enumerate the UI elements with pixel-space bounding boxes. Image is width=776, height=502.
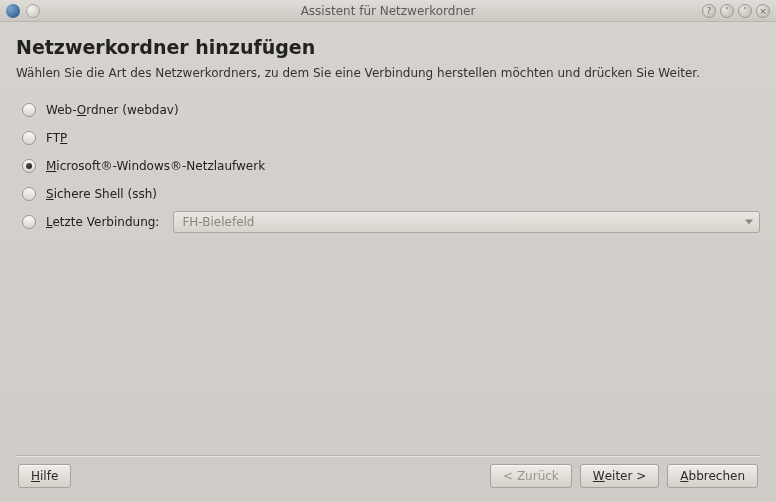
- page-title: Netzwerkordner hinzufügen: [16, 36, 760, 58]
- label-smb: Microsoft®-Windows®-Netzlaufwerk: [46, 159, 265, 173]
- option-smb[interactable]: Microsoft®-Windows®-Netzlaufwerk: [22, 156, 760, 176]
- help-icon[interactable]: ?: [702, 4, 716, 18]
- option-recent[interactable]: Letzte Verbindung: FH-Bielefeld: [22, 212, 760, 232]
- recent-connection-combo[interactable]: FH-Bielefeld: [173, 211, 760, 233]
- radio-webdav[interactable]: [22, 103, 36, 117]
- option-webdav[interactable]: Web-Ordner (webdav): [22, 100, 760, 120]
- titlebar: Assistent für Netzwerkordner ? ˅ ˄ ×: [0, 0, 776, 22]
- minimize-icon[interactable]: ˅: [720, 4, 734, 18]
- window-title: Assistent für Netzwerkordner: [0, 4, 776, 18]
- wizard-page: Netzwerkordner hinzufügen Wählen Sie die…: [0, 22, 776, 502]
- radio-ftp[interactable]: [22, 131, 36, 145]
- recent-connection-value: FH-Bielefeld: [182, 215, 254, 229]
- radio-recent[interactable]: [22, 215, 36, 229]
- label-ssh: Sichere Shell (ssh): [46, 187, 157, 201]
- label-recent: Letzte Verbindung:: [46, 215, 159, 229]
- folder-type-options: Web-Ordner (webdav) FTP Microsoft®-Windo…: [16, 100, 760, 232]
- option-ftp[interactable]: FTP: [22, 128, 760, 148]
- close-icon[interactable]: ×: [756, 4, 770, 18]
- maximize-icon[interactable]: ˄: [738, 4, 752, 18]
- label-webdav: Web-Ordner (webdav): [46, 103, 179, 117]
- radio-smb[interactable]: [22, 159, 36, 173]
- option-ssh[interactable]: Sichere Shell (ssh): [22, 184, 760, 204]
- sticky-icon[interactable]: [26, 4, 40, 18]
- chevron-down-icon: [745, 220, 753, 225]
- help-button[interactable]: Hilfe: [18, 464, 71, 488]
- next-button[interactable]: Weiter >: [580, 464, 659, 488]
- app-icon: [6, 4, 20, 18]
- back-button: < Zurück: [490, 464, 572, 488]
- cancel-button[interactable]: Abbrechen: [667, 464, 758, 488]
- page-subtitle: Wählen Sie die Art des Netzwerkordners, …: [16, 66, 760, 80]
- label-ftp: FTP: [46, 131, 67, 145]
- button-bar: Hilfe < Zurück Weiter > Abbrechen: [16, 464, 760, 494]
- radio-ssh[interactable]: [22, 187, 36, 201]
- separator: [16, 455, 760, 456]
